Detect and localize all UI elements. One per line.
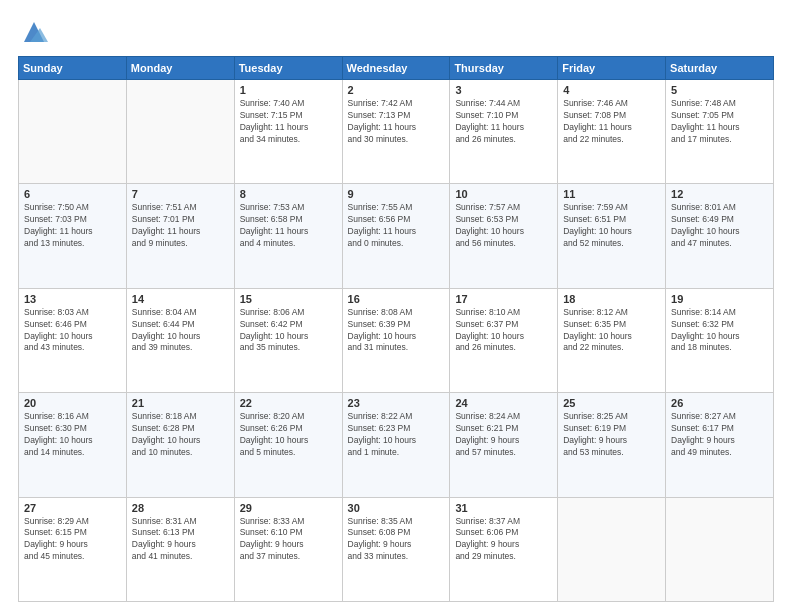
- day-info: Sunrise: 7:59 AM Sunset: 6:51 PM Dayligh…: [563, 202, 660, 250]
- day-number: 20: [24, 397, 121, 409]
- day-info: Sunrise: 8:01 AM Sunset: 6:49 PM Dayligh…: [671, 202, 768, 250]
- calendar-cell: 21Sunrise: 8:18 AM Sunset: 6:28 PM Dayli…: [126, 393, 234, 497]
- calendar-cell: [666, 497, 774, 601]
- calendar-cell: 20Sunrise: 8:16 AM Sunset: 6:30 PM Dayli…: [19, 393, 127, 497]
- day-number: 15: [240, 293, 337, 305]
- day-info: Sunrise: 8:16 AM Sunset: 6:30 PM Dayligh…: [24, 411, 121, 459]
- day-number: 25: [563, 397, 660, 409]
- calendar-cell: 14Sunrise: 8:04 AM Sunset: 6:44 PM Dayli…: [126, 288, 234, 392]
- day-number: 18: [563, 293, 660, 305]
- day-number: 4: [563, 84, 660, 96]
- day-number: 29: [240, 502, 337, 514]
- day-info: Sunrise: 7:40 AM Sunset: 7:15 PM Dayligh…: [240, 98, 337, 146]
- calendar-cell: 27Sunrise: 8:29 AM Sunset: 6:15 PM Dayli…: [19, 497, 127, 601]
- day-info: Sunrise: 7:44 AM Sunset: 7:10 PM Dayligh…: [455, 98, 552, 146]
- calendar-cell: [126, 80, 234, 184]
- calendar-cell: 7Sunrise: 7:51 AM Sunset: 7:01 PM Daylig…: [126, 184, 234, 288]
- header: [18, 18, 774, 46]
- day-number: 8: [240, 188, 337, 200]
- day-number: 12: [671, 188, 768, 200]
- day-number: 13: [24, 293, 121, 305]
- day-info: Sunrise: 8:22 AM Sunset: 6:23 PM Dayligh…: [348, 411, 445, 459]
- calendar-week-row: 6Sunrise: 7:50 AM Sunset: 7:03 PM Daylig…: [19, 184, 774, 288]
- day-info: Sunrise: 8:12 AM Sunset: 6:35 PM Dayligh…: [563, 307, 660, 355]
- day-info: Sunrise: 8:08 AM Sunset: 6:39 PM Dayligh…: [348, 307, 445, 355]
- calendar-cell: 29Sunrise: 8:33 AM Sunset: 6:10 PM Dayli…: [234, 497, 342, 601]
- day-info: Sunrise: 7:51 AM Sunset: 7:01 PM Dayligh…: [132, 202, 229, 250]
- calendar-cell: 25Sunrise: 8:25 AM Sunset: 6:19 PM Dayli…: [558, 393, 666, 497]
- day-info: Sunrise: 8:03 AM Sunset: 6:46 PM Dayligh…: [24, 307, 121, 355]
- calendar-week-row: 1Sunrise: 7:40 AM Sunset: 7:15 PM Daylig…: [19, 80, 774, 184]
- weekday-header: Sunday: [19, 57, 127, 80]
- day-info: Sunrise: 7:46 AM Sunset: 7:08 PM Dayligh…: [563, 98, 660, 146]
- weekday-header: Thursday: [450, 57, 558, 80]
- day-number: 24: [455, 397, 552, 409]
- day-info: Sunrise: 8:06 AM Sunset: 6:42 PM Dayligh…: [240, 307, 337, 355]
- calendar-header-row: SundayMondayTuesdayWednesdayThursdayFrid…: [19, 57, 774, 80]
- calendar-cell: 4Sunrise: 7:46 AM Sunset: 7:08 PM Daylig…: [558, 80, 666, 184]
- calendar-cell: 12Sunrise: 8:01 AM Sunset: 6:49 PM Dayli…: [666, 184, 774, 288]
- day-number: 10: [455, 188, 552, 200]
- day-number: 3: [455, 84, 552, 96]
- day-info: Sunrise: 8:29 AM Sunset: 6:15 PM Dayligh…: [24, 516, 121, 564]
- day-info: Sunrise: 7:48 AM Sunset: 7:05 PM Dayligh…: [671, 98, 768, 146]
- day-number: 2: [348, 84, 445, 96]
- calendar-cell: 22Sunrise: 8:20 AM Sunset: 6:26 PM Dayli…: [234, 393, 342, 497]
- weekday-header: Wednesday: [342, 57, 450, 80]
- calendar-cell: 9Sunrise: 7:55 AM Sunset: 6:56 PM Daylig…: [342, 184, 450, 288]
- calendar-cell: 17Sunrise: 8:10 AM Sunset: 6:37 PM Dayli…: [450, 288, 558, 392]
- day-info: Sunrise: 7:55 AM Sunset: 6:56 PM Dayligh…: [348, 202, 445, 250]
- day-info: Sunrise: 8:33 AM Sunset: 6:10 PM Dayligh…: [240, 516, 337, 564]
- day-number: 23: [348, 397, 445, 409]
- calendar-cell: [558, 497, 666, 601]
- day-number: 6: [24, 188, 121, 200]
- calendar-cell: 15Sunrise: 8:06 AM Sunset: 6:42 PM Dayli…: [234, 288, 342, 392]
- day-number: 31: [455, 502, 552, 514]
- day-number: 28: [132, 502, 229, 514]
- day-number: 27: [24, 502, 121, 514]
- calendar-cell: 1Sunrise: 7:40 AM Sunset: 7:15 PM Daylig…: [234, 80, 342, 184]
- logo: [18, 18, 48, 46]
- day-info: Sunrise: 7:53 AM Sunset: 6:58 PM Dayligh…: [240, 202, 337, 250]
- logo-icon: [20, 18, 48, 46]
- day-info: Sunrise: 8:35 AM Sunset: 6:08 PM Dayligh…: [348, 516, 445, 564]
- calendar-cell: 26Sunrise: 8:27 AM Sunset: 6:17 PM Dayli…: [666, 393, 774, 497]
- day-info: Sunrise: 8:31 AM Sunset: 6:13 PM Dayligh…: [132, 516, 229, 564]
- day-number: 1: [240, 84, 337, 96]
- weekday-header: Monday: [126, 57, 234, 80]
- calendar-cell: 6Sunrise: 7:50 AM Sunset: 7:03 PM Daylig…: [19, 184, 127, 288]
- day-number: 14: [132, 293, 229, 305]
- day-number: 9: [348, 188, 445, 200]
- day-number: 21: [132, 397, 229, 409]
- calendar-cell: 2Sunrise: 7:42 AM Sunset: 7:13 PM Daylig…: [342, 80, 450, 184]
- day-number: 30: [348, 502, 445, 514]
- calendar-week-row: 13Sunrise: 8:03 AM Sunset: 6:46 PM Dayli…: [19, 288, 774, 392]
- calendar-cell: 11Sunrise: 7:59 AM Sunset: 6:51 PM Dayli…: [558, 184, 666, 288]
- calendar-cell: 31Sunrise: 8:37 AM Sunset: 6:06 PM Dayli…: [450, 497, 558, 601]
- calendar-cell: 18Sunrise: 8:12 AM Sunset: 6:35 PM Dayli…: [558, 288, 666, 392]
- day-number: 5: [671, 84, 768, 96]
- calendar-cell: 5Sunrise: 7:48 AM Sunset: 7:05 PM Daylig…: [666, 80, 774, 184]
- day-number: 17: [455, 293, 552, 305]
- calendar-cell: [19, 80, 127, 184]
- calendar-cell: 3Sunrise: 7:44 AM Sunset: 7:10 PM Daylig…: [450, 80, 558, 184]
- day-number: 19: [671, 293, 768, 305]
- day-info: Sunrise: 8:25 AM Sunset: 6:19 PM Dayligh…: [563, 411, 660, 459]
- calendar-cell: 23Sunrise: 8:22 AM Sunset: 6:23 PM Dayli…: [342, 393, 450, 497]
- day-number: 7: [132, 188, 229, 200]
- calendar-cell: 16Sunrise: 8:08 AM Sunset: 6:39 PM Dayli…: [342, 288, 450, 392]
- calendar-cell: 13Sunrise: 8:03 AM Sunset: 6:46 PM Dayli…: [19, 288, 127, 392]
- weekday-header: Friday: [558, 57, 666, 80]
- day-info: Sunrise: 7:50 AM Sunset: 7:03 PM Dayligh…: [24, 202, 121, 250]
- calendar-table: SundayMondayTuesdayWednesdayThursdayFrid…: [18, 56, 774, 602]
- calendar-cell: 10Sunrise: 7:57 AM Sunset: 6:53 PM Dayli…: [450, 184, 558, 288]
- calendar-week-row: 20Sunrise: 8:16 AM Sunset: 6:30 PM Dayli…: [19, 393, 774, 497]
- day-number: 26: [671, 397, 768, 409]
- calendar-cell: 28Sunrise: 8:31 AM Sunset: 6:13 PM Dayli…: [126, 497, 234, 601]
- day-info: Sunrise: 8:04 AM Sunset: 6:44 PM Dayligh…: [132, 307, 229, 355]
- day-info: Sunrise: 8:14 AM Sunset: 6:32 PM Dayligh…: [671, 307, 768, 355]
- day-info: Sunrise: 7:42 AM Sunset: 7:13 PM Dayligh…: [348, 98, 445, 146]
- calendar-cell: 24Sunrise: 8:24 AM Sunset: 6:21 PM Dayli…: [450, 393, 558, 497]
- day-number: 11: [563, 188, 660, 200]
- page: SundayMondayTuesdayWednesdayThursdayFrid…: [0, 0, 792, 612]
